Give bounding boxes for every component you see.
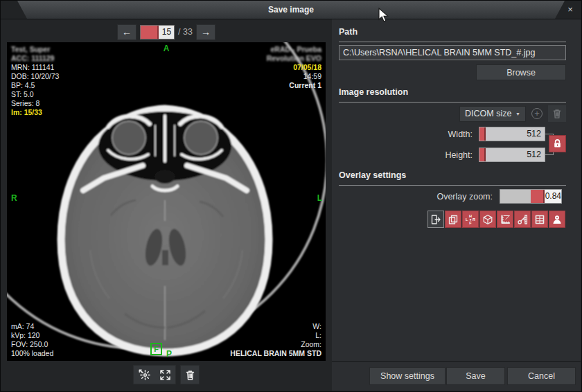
window-title: Save image (1, 1, 581, 19)
orientation-marker-left: L (317, 193, 322, 203)
st: ST: 5.0 (11, 90, 59, 99)
copy-frames-icon (448, 214, 459, 225)
corner-ruler-icon (500, 214, 511, 225)
overlay-study-info: eRAD - Prueba Revolution EVO 07/05/18 14… (267, 45, 321, 90)
ruler-overlay-toggle[interactable] (497, 211, 513, 228)
frame-number-spinner[interactable]: 15 (140, 25, 175, 39)
level-value: L: (230, 331, 321, 340)
expand-arrows-icon (159, 369, 171, 381)
size-preset-dropdown[interactable]: DICOM size ▼ (459, 106, 526, 122)
next-frame-button[interactable]: → (196, 24, 215, 40)
frame-number-value: 15 (159, 26, 174, 39)
overlay-section-header: Overlay settings (339, 170, 566, 186)
path-input[interactable] (339, 45, 566, 60)
show-settings-button[interactable]: Show settings (369, 367, 446, 385)
overlay-export-toggle[interactable] (427, 211, 444, 228)
fit-to-window-button[interactable] (155, 366, 175, 384)
delete-preset-button[interactable] (548, 105, 566, 122)
study-date: 07/05/18 (267, 63, 321, 72)
accession-number: ACC: 111129 (11, 54, 59, 63)
reset-view-button[interactable] (134, 366, 155, 384)
svg-text:L: L (466, 217, 468, 222)
previous-frame-button[interactable]: ← (117, 24, 136, 40)
spinner-handle[interactable] (141, 26, 159, 39)
titlebar[interactable]: Save image × (1, 1, 581, 19)
overlay-zoom-value: 0.84 (545, 190, 561, 203)
cube-3d-icon (482, 214, 493, 225)
svg-text:F: F (469, 221, 472, 225)
width-spinner[interactable]: 512 (479, 127, 545, 141)
width-value: 512 (486, 127, 545, 141)
overlay-zoom-label: Overlay zoom: (436, 192, 493, 202)
overlay-zoom-handle[interactable] (531, 190, 545, 203)
height-spinner[interactable]: 512 (479, 148, 545, 162)
viewport-tool-group (133, 365, 176, 384)
close-button[interactable]: × (564, 3, 576, 16)
mrn: MRN: 111141 (11, 63, 59, 72)
resolution-section-header: Image resolution (339, 87, 566, 103)
settings-pane: Path Browse Image resolution DICOM size … (332, 19, 581, 391)
size-preset-value: DICOM size (465, 109, 511, 118)
width-row: Width: 512 (448, 127, 545, 141)
ct-image-viewport[interactable]: Test, Super ACC: 111129 MRN: 111141 DOB:… (7, 42, 326, 361)
trash-disabled-icon (552, 108, 563, 119)
viewport-toolbar (7, 365, 326, 384)
path-section-header: Path (339, 27, 566, 42)
orientation-marker-posterior: P (166, 349, 172, 359)
width-label: Width: (448, 130, 473, 139)
delete-image-button[interactable] (180, 365, 200, 384)
calibration-overlay-toggle[interactable] (514, 211, 531, 228)
save-button[interactable]: Save (446, 367, 505, 385)
grid-overlay-toggle[interactable] (531, 211, 548, 228)
frame-total-label: / 33 (178, 27, 193, 37)
reset-burst-icon (139, 369, 150, 381)
close-icon: × (567, 4, 573, 15)
stack-overlay-toggle[interactable] (445, 211, 461, 228)
aspect-ratio-lock-button[interactable] (549, 135, 566, 152)
svg-text:H: H (469, 214, 472, 218)
frame-navigator: ← 15 / 33 → (7, 24, 326, 40)
zoom-value: Zoom: (230, 340, 321, 349)
overlay-zoom-slider[interactable]: 0.84 (500, 189, 562, 204)
grid-icon (534, 214, 545, 225)
patient-info-toggle[interactable] (549, 211, 565, 228)
kvp-value: kVp: 120 (11, 331, 53, 340)
series-description: HELICAL BRAIN 5MM STD (230, 349, 321, 358)
orientation-marker-anterior: A (164, 44, 170, 53)
orientation-markers-toggle[interactable]: H L R F (462, 211, 479, 228)
export-overlay-icon (430, 214, 441, 225)
overlay-patient-info: Test, Super ACC: 111129 MRN: 111141 DOB:… (11, 45, 59, 117)
patient-name: Test, Super (11, 45, 59, 54)
add-preset-button[interactable]: + (529, 106, 545, 121)
image-preview-pane: ← 15 / 33 → (1, 19, 332, 391)
series-number: Series: 8 (11, 99, 59, 108)
fov-value: FOV: 250.0 (11, 340, 53, 349)
study-time: 14:59 (267, 72, 321, 81)
orientation-letters-icon: H L R F (465, 214, 476, 225)
overlay-zoom-track[interactable] (500, 190, 531, 203)
window-value: W: (230, 322, 321, 331)
browse-button[interactable]: Browse (476, 64, 566, 80)
svg-text:R: R (473, 217, 475, 222)
height-label: Height: (445, 150, 473, 160)
overlay-acquisition-info: mA: 74 kVp: 120 FOV: 250.0 100% loaded (11, 322, 53, 358)
lock-icon (552, 139, 563, 149)
current-label: Current 1 (267, 81, 321, 90)
width-spinner-handle[interactable] (479, 127, 486, 141)
orientation-marker-feet-boxed: F (150, 343, 162, 355)
scanner-model: Revolution EVO (267, 54, 321, 63)
cancel-button[interactable]: Cancel (507, 367, 576, 385)
station-name: eRAD - Prueba (267, 45, 321, 54)
footer-buttons: Show settings Save Cancel (369, 367, 576, 385)
bp: BP: 4.5 (11, 81, 59, 90)
arrow-right-icon: → (201, 26, 211, 37)
plus-circle-icon: + (531, 108, 543, 119)
overlay-window-info: W: L: Zoom: HELICAL BRAIN 5MM STD (230, 322, 321, 358)
chevron-down-icon: ▼ (515, 112, 520, 116)
cube-3d-toggle[interactable] (479, 211, 496, 228)
height-spinner-handle[interactable] (479, 148, 486, 161)
image-counter: Im: 15/33 (11, 108, 59, 117)
patient-icon (552, 214, 563, 225)
ma-value: mA: 74 (11, 322, 53, 331)
orientation-marker-right: R (11, 193, 17, 203)
